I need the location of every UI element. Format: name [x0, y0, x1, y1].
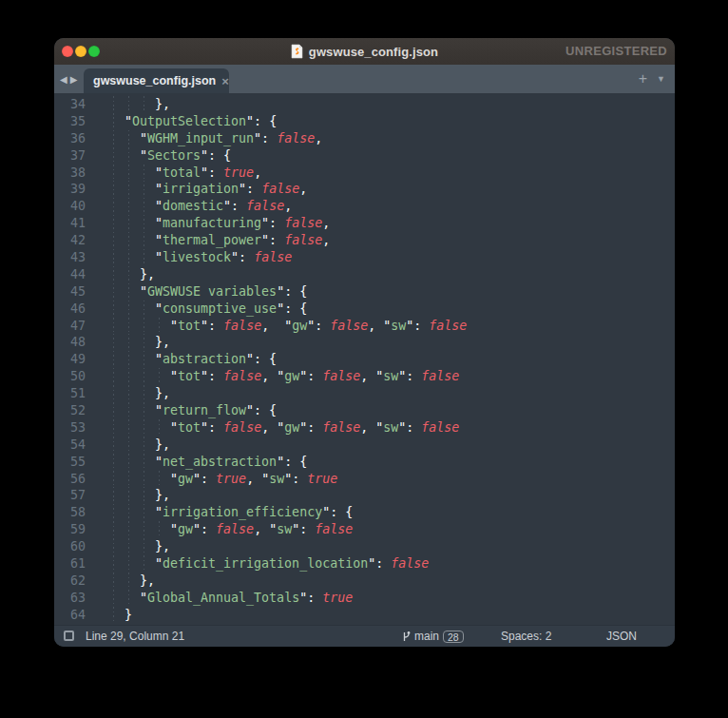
code-line[interactable]: 45"GWSWUSE variables": {: [54, 283, 675, 301]
tab-label: gwswuse_config.json: [93, 74, 216, 87]
code-text: },: [86, 437, 170, 454]
code-line[interactable]: 60},: [54, 538, 675, 555]
line-number: 55: [54, 454, 86, 471]
code-line[interactable]: 34},: [54, 96, 675, 113]
code-text: "livestock": false: [86, 249, 292, 266]
code-line[interactable]: 58"irrigation_efficiency": {: [54, 504, 675, 521]
line-number: 36: [54, 130, 86, 147]
line-number: 50: [54, 368, 86, 385]
line-number: 34: [54, 96, 86, 113]
line-number: 42: [54, 232, 86, 249]
line-number: 43: [54, 249, 86, 266]
code-line[interactable]: 55"net_abstraction": {: [54, 454, 675, 471]
line-number: 53: [54, 419, 86, 437]
line-number: 54: [54, 437, 86, 454]
line-number: 51: [54, 385, 86, 402]
traffic-lights: [62, 46, 100, 57]
close-window-button[interactable]: [62, 46, 73, 57]
line-number: 60: [54, 538, 86, 555]
code-text: "domestic": false,: [86, 198, 292, 215]
app-window: gwswuse_config.json UNREGISTERED ◀ ▶ gws…: [54, 38, 675, 647]
line-number: 37: [54, 147, 86, 165]
code-line[interactable]: 62},: [54, 572, 675, 590]
code-text: },: [86, 96, 170, 113]
code-text: "irrigation_efficiency": {: [86, 504, 353, 521]
code-line[interactable]: 38"total": true,: [54, 165, 675, 182]
code-line[interactable]: 36"WGHM_input_run": false,: [54, 130, 675, 147]
code-line[interactable]: 46"consumptive_use": {: [54, 301, 675, 318]
file-icon: [291, 44, 303, 59]
tab-actions: + ▼: [639, 65, 665, 93]
code-line[interactable]: 51},: [54, 385, 675, 402]
code-text: "Sectors": {: [86, 147, 231, 165]
cursor-position[interactable]: Line 29, Column 21: [86, 626, 184, 647]
line-number: 49: [54, 351, 86, 368]
code-line[interactable]: 49"abstraction": {: [54, 351, 675, 368]
line-number: 58: [54, 504, 86, 521]
zoom-window-button[interactable]: [88, 46, 100, 57]
code-line[interactable]: 42"thermal_power": false,: [54, 232, 675, 249]
tab-close-icon[interactable]: ×: [221, 74, 229, 88]
line-number: 62: [54, 572, 86, 590]
code-line[interactable]: 44},: [54, 266, 675, 283]
code-text: "deficit_irrigation_location": false: [86, 555, 429, 572]
registration-status: UNREGISTERED: [565, 38, 667, 65]
code-line[interactable]: 64}: [54, 607, 675, 624]
git-branch-icon: [402, 631, 411, 643]
tab-overflow-icon[interactable]: ▼: [657, 74, 665, 84]
code-line[interactable]: 63"Global_Annual_Totals": true: [54, 590, 675, 607]
status-bar: Line 29, Column 21 main 28 Spaces: 2 JSO…: [54, 625, 675, 647]
window-title-group: gwswuse_config.json: [291, 44, 438, 59]
tab-nav-right-icon[interactable]: ▶: [70, 74, 78, 85]
line-number: 64: [54, 607, 86, 624]
line-number: 52: [54, 402, 86, 419]
code-line[interactable]: 48},: [54, 334, 675, 351]
code-editor[interactable]: 34},35"OutputSelection": {36"WGHM_input_…: [54, 93, 675, 626]
code-line[interactable]: 50"tot": false, "gw": false, "sw": false: [54, 368, 675, 385]
code-text: },: [86, 385, 170, 402]
code-text: "abstraction": {: [86, 351, 277, 368]
code-line[interactable]: 43"livestock": false: [54, 249, 675, 266]
syntax-mode[interactable]: JSON: [606, 626, 637, 647]
code-line[interactable]: 61"deficit_irrigation_location": false: [54, 555, 675, 572]
code-text: "OutputSelection": {: [86, 113, 277, 130]
panel-toggle-icon[interactable]: [64, 631, 74, 641]
code-line[interactable]: 40"domestic": false,: [54, 198, 675, 215]
code-line[interactable]: 54},: [54, 437, 675, 454]
code-text: "manufacturing": false,: [86, 215, 330, 232]
code-line[interactable]: 37"Sectors": {: [54, 147, 675, 165]
line-number: 46: [54, 301, 86, 318]
code-text: },: [86, 334, 170, 351]
code-line[interactable]: 52"return_flow": {: [54, 402, 675, 419]
tab-gwswuse-config[interactable]: gwswuse_config.json ×: [84, 68, 229, 93]
line-number: 35: [54, 113, 86, 130]
new-tab-icon[interactable]: +: [639, 71, 647, 87]
title-bar: gwswuse_config.json UNREGISTERED: [54, 38, 675, 65]
code-line[interactable]: 39"irrigation": false,: [54, 181, 675, 198]
code-text: "gw": true, "sw": true: [86, 471, 337, 488]
code-line[interactable]: 59"gw": false, "sw": false: [54, 521, 675, 538]
minimize-window-button[interactable]: [75, 46, 86, 57]
line-number: 40: [54, 198, 86, 215]
code-text: }: [86, 607, 132, 624]
code-text: "GWSWUSE variables": {: [86, 283, 307, 301]
code-line[interactable]: 41"manufacturing": false,: [54, 215, 675, 232]
code-lines: 34},35"OutputSelection": {36"WGHM_input_…: [54, 96, 675, 624]
code-line[interactable]: 53"tot": false, "gw": false, "sw": false: [54, 419, 675, 437]
code-text: },: [86, 572, 155, 590]
code-line[interactable]: 47"tot": false, "gw": false, "sw": false: [54, 318, 675, 335]
code-line[interactable]: 35"OutputSelection": {: [54, 113, 675, 130]
code-text: "WGHM_input_run": false,: [86, 130, 322, 147]
line-number: 48: [54, 334, 86, 351]
line-number: 39: [54, 181, 86, 198]
line-number: 57: [54, 487, 86, 504]
code-text: "gw": false, "sw": false: [86, 521, 353, 538]
line-number: 44: [54, 266, 86, 283]
git-branch-status[interactable]: main 28: [402, 626, 464, 647]
line-number: 61: [54, 555, 86, 572]
code-line[interactable]: 57},: [54, 487, 675, 504]
code-line[interactable]: 56"gw": true, "sw": true: [54, 471, 675, 488]
tab-nav-left-icon[interactable]: ◀: [60, 74, 67, 85]
indentation-setting[interactable]: Spaces: 2: [501, 626, 551, 647]
line-number: 38: [54, 165, 86, 182]
